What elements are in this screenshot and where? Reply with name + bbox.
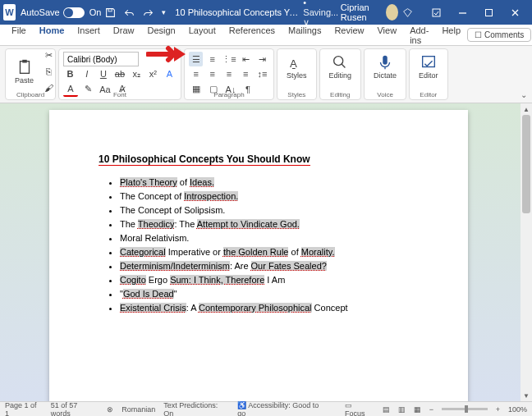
voice-group: Dictate Voice [364,48,406,100]
editor-group: Editor Editor [409,48,448,100]
paragraph-label: Paragraph [185,91,273,98]
numbering-icon[interactable]: ≡ [205,52,219,66]
svg-rect-4 [22,60,27,63]
bold-icon[interactable]: B [63,66,77,81]
list-item: Cogito Ergo Sum: I Think, Therefore I Am [120,273,419,287]
autosave[interactable]: AutoSave On [21,7,101,18]
multilevel-icon[interactable]: ⋮≡ [222,52,236,66]
align-left-icon[interactable]: ≡ [189,66,203,81]
scroll-thumb[interactable] [522,115,530,213]
accessibility-status[interactable]: ♿ Accessibility: Good to go [237,401,328,417]
word-count[interactable]: 51 of 57 words [51,401,99,417]
scroll-up-icon[interactable]: ▲ [521,103,532,115]
tab-help[interactable]: Help [435,22,467,48]
text-effects-icon[interactable]: A [163,66,177,81]
tab-view[interactable]: View [370,22,403,48]
editor-label: Editor [410,91,447,98]
tab-insert[interactable]: Insert [71,22,107,48]
status-bar: Page 1 of 1 51 of 57 words ⊗ Romanian Te… [0,401,532,416]
svg-rect-3 [20,62,29,74]
decrease-indent-icon[interactable]: ⇤ [239,52,253,66]
autosave-toggle[interactable] [63,7,85,18]
tab-add-ins[interactable]: Add-ins [403,22,435,48]
focus-mode[interactable]: ▭ Focus [345,401,374,417]
tab-references[interactable]: References [222,22,282,48]
zoom-slider[interactable] [442,408,488,410]
underline-icon[interactable]: U [96,66,110,81]
autosave-state: On [89,7,102,17]
tab-home[interactable]: Home [33,22,71,48]
justify-icon[interactable]: ≡ [239,66,253,81]
align-right-icon[interactable]: ≡ [222,66,236,81]
copy-icon[interactable]: ⎘ [41,64,56,79]
list-item: Existential Crisis: A Contemporary Philo… [120,301,419,315]
zoom-in-icon[interactable]: + [496,405,500,414]
maximize-button[interactable] [476,0,502,25]
view-read-icon[interactable]: ▥ [398,405,406,414]
scroll-down-icon[interactable]: ▼ [521,390,532,401]
list-item: Moral Relativism. [120,231,419,245]
dictate-button[interactable]: Dictate [369,52,401,81]
undo-icon[interactable] [120,5,139,21]
zoom-out-icon[interactable]: − [429,405,433,414]
voice-label: Voice [365,91,406,98]
avatar-icon [386,4,398,21]
editing-button[interactable]: Editing [324,52,357,81]
line-spacing-icon[interactable]: ↕≡ [255,66,269,81]
superscript-icon[interactable]: x² [146,66,160,81]
align-center-icon[interactable]: ≡ [205,66,219,81]
list-item: "God Is Dead" [120,287,419,301]
svg-text:A̱: A̱ [290,57,297,70]
editor-button[interactable]: Editor [414,52,443,81]
list-item: Plato's Theory of Ideas. [120,176,419,190]
list-item: Categorical Imperative or the Golden Rul… [120,245,419,259]
editing-label: Editing [320,91,361,98]
styles-button[interactable]: A̱Styles [282,52,312,81]
diamond-icon[interactable] [398,5,417,21]
paste-button[interactable]: Paste [10,57,39,86]
styles-group: A̱Styles Styles [277,48,317,100]
document-canvas[interactable]: 10 Philosophical Concepts You Should Kno… [0,103,521,401]
svg-rect-1 [433,9,440,16]
tab-draw[interactable]: Draw [107,22,141,48]
increase-indent-icon[interactable]: ⇥ [255,52,269,66]
subscript-icon[interactable]: x₂ [130,66,144,81]
cut-icon[interactable]: ✂ [41,48,56,62]
bullets-icon[interactable]: ☰ [189,52,203,66]
font-label: Font [59,91,181,98]
minimize-button[interactable] [450,0,476,25]
saving-status[interactable]: • Saving... ∨ [303,0,340,28]
page-count[interactable]: Page 1 of 1 [5,401,43,417]
list-item: The Concept of Introspection. [120,190,419,203]
view-print-icon[interactable]: ▤ [383,405,390,414]
document-title[interactable]: 10 Philosophical Concepts You... [175,7,298,17]
save-icon[interactable] [101,5,120,21]
tab-design[interactable]: Design [140,22,181,48]
ribbon: Paste ✂ ⎘ 🖌 Clipboard Calibri (Body) B I… [0,46,532,103]
redo-icon[interactable] [139,5,158,21]
vertical-scrollbar[interactable]: ▲ ▼ [521,103,532,401]
close-button[interactable] [502,0,529,25]
page-title: 10 Philosophical Concepts You Should Kno… [99,153,310,166]
italic-icon[interactable]: I [80,66,94,81]
tab-layout[interactable]: Layout [182,22,222,48]
view-web-icon[interactable]: ▦ [414,405,421,414]
qat-more-icon[interactable]: ▾ [158,6,170,19]
status-error-icon[interactable]: ⊗ [107,405,113,414]
user-account[interactable]: Ciprian Rusen [341,2,398,22]
document-list: Plato's Theory of Ideas.The Concept of I… [120,176,419,315]
font-name-input[interactable]: Calibri (Body) [63,52,139,66]
language[interactable]: Romanian [122,405,155,414]
zoom-level[interactable]: 100% [508,405,527,414]
list-item: Determinism/Indeterminism: Are Our Fates… [120,259,419,273]
paragraph-group: ☰ ≡ ⋮≡ ⇤ ⇥ ≡ ≡ ≡ ≡ ↕≡ ▦ ▢ A↓ ¶ Paragraph [184,48,274,100]
comments-button[interactable]: ☐ Comments [467,28,531,42]
svg-rect-2 [486,9,493,16]
text-predictions[interactable]: Text Predictions: On [163,401,229,417]
titlebar: W AutoSave On ▾ 10 Philosophical Concept… [0,0,532,25]
collapse-ribbon-icon[interactable]: ⌄ [521,90,527,99]
svg-rect-7 [383,56,388,65]
ribbon-options-icon[interactable] [424,0,450,25]
tab-file[interactable]: File [5,22,33,48]
strike-icon[interactable]: ab [112,66,126,81]
